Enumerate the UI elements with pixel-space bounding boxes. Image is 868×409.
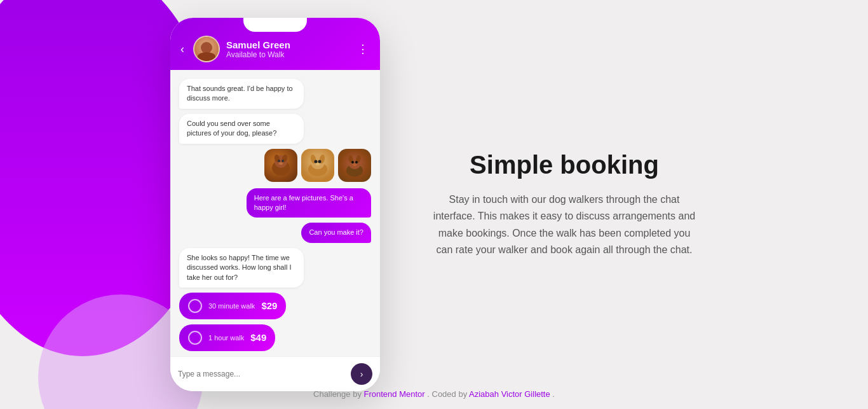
booking-price-2: $49 [250, 332, 266, 343]
bubble-walker-2: Could you send over some pictures of you… [179, 114, 304, 144]
message-walker-1: That sounds great. I'd be happy to discu… [179, 79, 304, 109]
bubble-walker-3: She looks so happy! The time we discusse… [179, 248, 304, 288]
footer: Challenge by Frontend Mentor . Coded by … [0, 389, 868, 399]
send-icon: › [360, 369, 363, 379]
message-input[interactable] [178, 370, 344, 378]
photos-row [264, 149, 371, 182]
phone-notch [243, 18, 307, 32]
svg-point-12 [318, 160, 322, 163]
header-info: Samuel Green Available to Walk [226, 39, 351, 59]
header-status: Available to Walk [226, 50, 351, 59]
booking-price-1: $29 [261, 300, 277, 311]
booking-radio-2[interactable] [188, 331, 202, 345]
footer-suffix: . [552, 389, 555, 399]
dog-photo-3 [338, 149, 371, 182]
booking-option-1[interactable]: 30 minute walk $29 [179, 293, 286, 319]
panel-title: Simple booking [431, 151, 698, 179]
booking-label-1: 30 minute walk [208, 302, 255, 310]
chat-body: That sounds great. I'd be happy to discu… [170, 70, 380, 356]
footer-link-frontend-mentor[interactable]: Frontend Mentor [364, 389, 425, 399]
booking-label-2: 1 hour walk [208, 334, 244, 342]
message-user-1: Here are a few pictures. She's a happy g… [247, 188, 371, 218]
footer-link-author[interactable]: Aziabah Victor Gillette [469, 389, 550, 399]
booking-radio-1[interactable] [188, 299, 202, 313]
main-content: ‹ Samuel Green Available to Walk ⋮ That … [53, 5, 815, 404]
booking-option-2[interactable]: 1 hour walk $49 [179, 324, 275, 351]
svg-point-18 [351, 161, 354, 163]
avatar [193, 36, 220, 62]
dog-photo-1 [264, 149, 297, 182]
footer-middle: . Coded by [427, 389, 467, 399]
chat-input-area: › [170, 356, 380, 391]
svg-point-4 [278, 160, 280, 162]
bubble-walker-1: That sounds great. I'd be happy to discu… [179, 79, 304, 109]
svg-point-5 [281, 160, 284, 162]
send-button[interactable]: › [351, 363, 372, 385]
message-walker-2: Could you send over some pictures of you… [179, 114, 304, 144]
svg-point-20 [353, 163, 356, 166]
message-user-2: Can you make it? [301, 223, 371, 242]
svg-point-13 [316, 163, 320, 165]
avatar-face [194, 37, 219, 61]
bubble-user-2: Can you make it? [301, 223, 371, 242]
svg-point-6 [279, 162, 283, 165]
more-button[interactable]: ⋮ [357, 42, 370, 56]
panel-description: Stay in touch with our dog walkers throu… [431, 191, 698, 259]
back-button[interactable]: ‹ [178, 40, 187, 59]
svg-point-19 [355, 161, 358, 163]
footer-prefix: Challenge by [313, 389, 362, 399]
text-panel: Simple booking Stay in touch with our do… [431, 151, 698, 259]
message-walker-3: She looks so happy! The time we discusse… [179, 248, 304, 288]
phone-mockup: ‹ Samuel Green Available to Walk ⋮ That … [170, 18, 380, 391]
bubble-user-1: Here are a few pictures. She's a happy g… [247, 188, 371, 218]
dog-photo-2 [301, 149, 334, 182]
header-name: Samuel Green [226, 39, 351, 50]
svg-point-11 [315, 160, 318, 163]
